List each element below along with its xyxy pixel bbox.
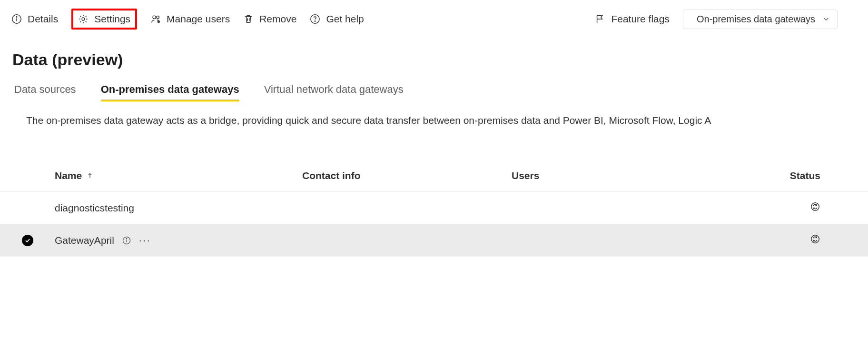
tab-vnet-gateways[interactable]: Virtual network data gateways xyxy=(264,83,404,100)
svg-point-5 xyxy=(157,16,159,19)
get-help-button[interactable]: Get help xyxy=(310,13,364,25)
svg-point-3 xyxy=(82,18,85,20)
settings-label: Settings xyxy=(94,13,130,25)
column-header-users[interactable]: Users xyxy=(512,170,690,181)
remove-label: Remove xyxy=(259,13,296,25)
get-help-label: Get help xyxy=(326,13,364,25)
svg-point-10 xyxy=(315,21,316,21)
manage-users-label: Manage users xyxy=(167,13,230,25)
svg-point-21 xyxy=(126,238,127,239)
gear-icon xyxy=(78,14,89,24)
table-header-row: Name Contact info Users Status xyxy=(0,160,868,192)
command-bar: Details Settings Manage users Remove Get… xyxy=(0,0,868,38)
chevron-down-icon xyxy=(822,15,830,23)
tab-list: Data sources On-premises data gateways V… xyxy=(14,83,868,100)
column-header-status[interactable]: Status xyxy=(690,170,839,181)
column-options-button[interactable] xyxy=(851,11,857,28)
feature-flags-button[interactable]: Feature flags xyxy=(595,13,670,25)
gateway-table: Name Contact info Users Status diagnosti… xyxy=(0,160,868,257)
info-icon[interactable] xyxy=(122,236,131,245)
refresh-status-icon[interactable] xyxy=(810,201,820,212)
help-icon xyxy=(310,14,320,24)
page-title: Data (preview) xyxy=(12,50,868,69)
row-selected-check-icon[interactable] xyxy=(22,235,33,246)
sort-asc-icon xyxy=(87,170,93,181)
feature-flags-label: Feature flags xyxy=(611,13,670,25)
flag-icon xyxy=(595,14,605,24)
svg-point-4 xyxy=(153,16,156,19)
refresh-status-icon[interactable] xyxy=(810,234,820,244)
gateway-name: diagnosticstesting xyxy=(55,202,134,214)
more-actions-icon[interactable]: ··· xyxy=(139,235,151,246)
gateway-name: GatewayApril xyxy=(55,235,114,246)
info-icon xyxy=(11,14,22,24)
description-text: The on-premises data gateway acts as a b… xyxy=(26,115,868,126)
manage-users-button[interactable]: Manage users xyxy=(150,13,230,25)
view-selector-dropdown[interactable]: On-premises data gateways xyxy=(683,10,838,29)
column-header-contact[interactable]: Contact info xyxy=(302,170,512,181)
svg-point-2 xyxy=(16,17,17,17)
view-selector-label: On-premises data gateways xyxy=(697,14,815,25)
details-label: Details xyxy=(28,13,58,25)
table-row[interactable]: diagnosticstesting xyxy=(0,192,868,224)
column-header-name-label: Name xyxy=(55,170,82,181)
svg-point-18 xyxy=(811,203,819,211)
tab-onprem-gateways[interactable]: On-premises data gateways xyxy=(101,83,239,100)
remove-button[interactable]: Remove xyxy=(243,13,296,25)
people-icon xyxy=(150,14,161,24)
table-row[interactable]: GatewayApril ··· xyxy=(0,224,868,257)
column-header-name[interactable]: Name xyxy=(55,170,302,181)
svg-point-22 xyxy=(811,235,819,243)
trash-icon xyxy=(243,14,254,24)
details-button[interactable]: Details xyxy=(11,13,58,25)
settings-button[interactable]: Settings xyxy=(71,9,137,30)
tab-data-sources[interactable]: Data sources xyxy=(14,83,76,100)
